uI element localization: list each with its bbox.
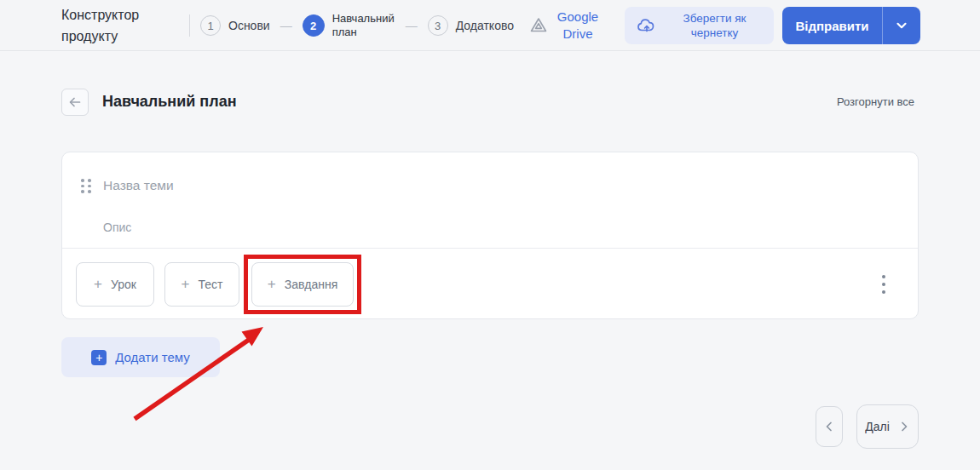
page-title: Навчальний план bbox=[102, 93, 237, 111]
step-label: Додатково bbox=[456, 19, 514, 32]
add-topic-button[interactable]: + Додати тему bbox=[61, 337, 220, 377]
add-lesson-button[interactable]: + Урок bbox=[76, 262, 154, 307]
add-task-label: Завдання bbox=[285, 278, 338, 291]
submit-split-button: Відправити bbox=[782, 7, 920, 44]
vertical-divider bbox=[189, 14, 190, 37]
step-basics[interactable]: 1 Основи bbox=[200, 15, 270, 36]
kebab-menu-button[interactable] bbox=[879, 272, 889, 297]
next-page-button[interactable]: Далі bbox=[856, 404, 919, 449]
plus-icon: + bbox=[94, 277, 102, 291]
add-topic-label: Додати тему bbox=[115, 350, 190, 364]
chevron-left-icon bbox=[823, 421, 835, 433]
step-curriculum[interactable]: 2 Навчальний план bbox=[303, 12, 395, 39]
save-draft-label: Зберегти як чернетку bbox=[666, 11, 764, 40]
back-button[interactable] bbox=[61, 89, 89, 116]
google-drive-icon bbox=[528, 15, 549, 36]
prev-page-button[interactable] bbox=[816, 406, 843, 447]
chevron-down-icon bbox=[895, 19, 908, 32]
stepper: 1 Основи — 2 Навчальний план — 3 Додатко… bbox=[189, 0, 514, 51]
app-title: Конструктор продукту bbox=[61, 4, 168, 47]
next-page-label: Далі bbox=[865, 420, 890, 433]
cloud-upload-icon bbox=[635, 14, 659, 37]
topic-description-input[interactable] bbox=[103, 217, 529, 238]
drag-handle-icon[interactable] bbox=[81, 179, 91, 193]
google-drive-label: Google Drive bbox=[555, 9, 601, 43]
add-test-label: Тест bbox=[198, 278, 222, 291]
submit-dropdown-button[interactable] bbox=[883, 7, 920, 44]
topic-card: + Урок + Тест + Завдання bbox=[61, 152, 919, 319]
expand-all-button[interactable]: Розгорнути все bbox=[837, 95, 914, 108]
step-additional[interactable]: 3 Додатково bbox=[428, 15, 514, 36]
save-draft-button[interactable]: Зберегти як чернетку bbox=[625, 7, 774, 44]
step-number-badge: 3 bbox=[428, 15, 448, 36]
step-separator: — bbox=[406, 19, 418, 32]
step-label: Навчальний план bbox=[332, 12, 395, 39]
plus-square-icon: + bbox=[91, 350, 107, 365]
step-separator: — bbox=[280, 19, 292, 32]
add-lesson-label: Урок bbox=[111, 278, 136, 291]
add-test-button[interactable]: + Тест bbox=[164, 262, 239, 307]
google-drive-button[interactable]: Google Drive bbox=[528, 9, 601, 43]
submit-button[interactable]: Відправити bbox=[782, 7, 883, 44]
step-number-badge: 1 bbox=[200, 15, 221, 36]
card-actions-row: + Урок + Тест + Завдання bbox=[62, 249, 918, 319]
top-bar: Конструктор продукту 1 Основи — 2 Навчал… bbox=[0, 0, 980, 51]
back-arrow-icon bbox=[67, 95, 83, 110]
chevron-right-icon bbox=[898, 421, 910, 433]
step-number-badge: 2 bbox=[303, 14, 325, 37]
plus-icon: + bbox=[268, 277, 276, 291]
step-label: Основи bbox=[228, 19, 270, 32]
add-task-button[interactable]: + Завдання bbox=[251, 262, 354, 307]
topic-title-input[interactable] bbox=[103, 175, 529, 197]
plus-icon: + bbox=[182, 277, 190, 291]
